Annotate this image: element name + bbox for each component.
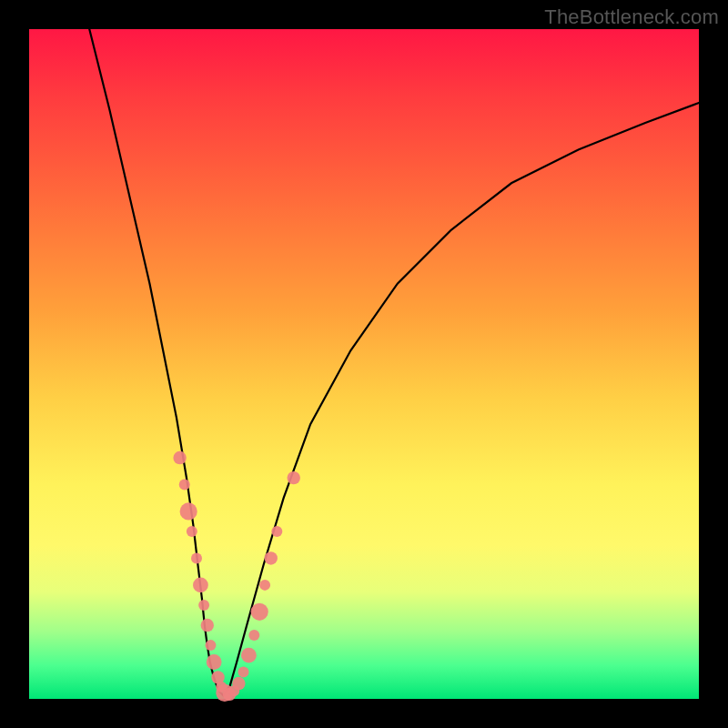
curve-left-curve [89,29,223,695]
data-marker [232,677,245,690]
data-marker [207,654,222,670]
data-marker [288,471,300,484]
data-marker [198,600,209,611]
plot-area [29,29,699,699]
data-marker [187,526,197,537]
data-marker [179,479,190,490]
data-marker [180,502,197,520]
data-marker [238,667,249,678]
data-marker [271,526,282,537]
data-marker [193,577,208,592]
data-marker [241,648,257,663]
chart-frame: TheBottleneck.com [0,0,728,728]
data-marker [191,552,202,563]
data-marker [205,640,216,651]
data-marker [201,619,214,632]
data-marker [265,551,278,564]
data-marker [248,630,259,641]
data-marker [173,451,186,464]
curve-right-curve [223,103,699,695]
curve-layer [89,29,699,695]
watermark-text: TheBottleneck.com [544,5,719,29]
data-marker [259,580,270,591]
data-marker [251,603,268,621]
chart-svg [29,29,699,699]
